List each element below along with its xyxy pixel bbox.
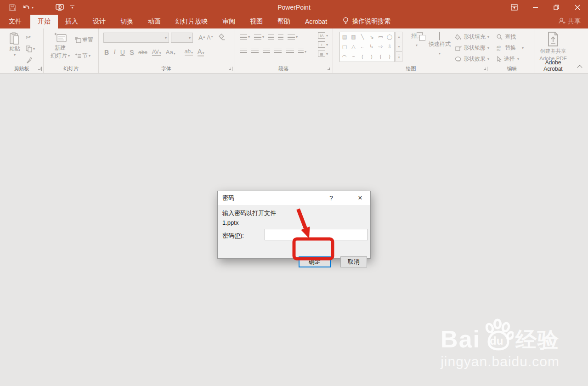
tell-me-label: 操作说明搜索 — [352, 17, 390, 26]
start-slideshow-button[interactable] — [56, 4, 64, 11]
quick-styles-button[interactable]: 快速样式 ▾ — [428, 32, 452, 57]
clipboard-dialog-launcher[interactable] — [37, 67, 42, 71]
underline-button[interactable]: U — [120, 49, 125, 56]
tab-review[interactable]: 审阅 — [215, 15, 243, 28]
dialog-close-button[interactable]: × — [350, 191, 370, 205]
section-button[interactable]: 节 ▾ — [75, 51, 93, 60]
restore-button[interactable] — [546, 0, 567, 15]
numbering-button[interactable]: ▾ — [254, 34, 264, 40]
strikethrough-button[interactable]: abc — [138, 49, 147, 56]
shape-outline-button[interactable]: 形状轮廓▾ — [455, 44, 489, 52]
drawing-dialog-launcher[interactable] — [483, 67, 487, 71]
ribbon-display-options-button[interactable] — [503, 0, 525, 15]
text-shadow-button[interactable]: S — [130, 49, 134, 56]
shape-fill-label: 形状填充 — [464, 33, 486, 41]
close-button[interactable] — [567, 0, 588, 15]
font-dialog-launcher[interactable] — [228, 67, 232, 71]
dialog-title: 密码 — [222, 194, 234, 202]
undo-dropdown-icon[interactable]: ▾ — [32, 6, 34, 10]
tab-animations[interactable]: 动画 — [141, 15, 168, 28]
align-right-button[interactable] — [263, 49, 270, 54]
undo-button[interactable]: ▾ — [23, 4, 34, 11]
tell-me-search[interactable]: 操作说明搜索 — [343, 15, 390, 28]
smartart-convert-button[interactable]: ▾ — [298, 49, 306, 54]
select-button[interactable]: 选择 ▾ — [497, 55, 524, 63]
tab-slideshow[interactable]: 幻灯片放映 — [168, 15, 215, 28]
copy-icon — [26, 45, 32, 52]
title-bar: ▾ ▾ PowerPoint — [0, 0, 588, 15]
tab-file[interactable]: 文件 — [0, 15, 30, 28]
copy-button[interactable]: ▾ — [26, 45, 35, 53]
convert-to-smartart-button[interactable]: ▦▾ — [318, 51, 328, 57]
reset-button[interactable]: 重置 — [75, 36, 93, 44]
find-button[interactable]: 查找 — [497, 33, 524, 41]
collapse-ribbon-icon[interactable] — [577, 65, 582, 70]
paragraph-dialog-launcher[interactable] — [327, 67, 331, 71]
save-icon[interactable] — [9, 4, 16, 11]
tab-help[interactable]: 帮助 — [270, 15, 298, 28]
font-size-combobox[interactable]: ▾ — [171, 33, 193, 43]
highlight-color-button[interactable]: ab▾ — [185, 48, 193, 56]
paste-button[interactable]: 粘贴 ▾ — [6, 32, 24, 57]
group-paragraph: ▾ ▾ ▾ ▾ ‖A▾ ↕▾ ▦▾ 段落 — [234, 28, 333, 73]
shape-effects-button[interactable]: 形状效果▾ — [455, 55, 489, 63]
shapes-gallery[interactable]: ▤▥╲↘▭◯ ▢△⌐↳⇨⇩ ◠~(){} — [339, 32, 395, 62]
italic-button[interactable]: I — [113, 49, 116, 56]
bold-button[interactable]: B — [104, 49, 109, 56]
shapes-scroll-down-button[interactable]: ▾ — [396, 42, 402, 52]
increase-font-button[interactable]: A▴ — [198, 34, 205, 41]
customize-qat-button[interactable]: ▾ — [70, 6, 74, 10]
cut-button[interactable]: ✂ — [26, 33, 35, 41]
columns-button[interactable] — [286, 49, 294, 54]
justify-button[interactable] — [274, 49, 282, 54]
decrease-indent-button[interactable] — [268, 34, 274, 40]
format-painter-button[interactable] — [26, 56, 35, 64]
shape-fill-button[interactable]: 形状填充▾ — [455, 33, 489, 41]
arrange-button[interactable]: 排列 ▾ — [407, 32, 427, 48]
tab-view[interactable]: 视图 — [243, 15, 270, 28]
font-group-label: 字体 — [99, 65, 234, 72]
copy-dropdown-icon[interactable]: ▾ — [33, 47, 35, 51]
align-text-button[interactable]: ↕▾ — [318, 41, 328, 48]
clear-formatting-button[interactable] — [218, 34, 226, 42]
increase-indent-button[interactable] — [278, 34, 283, 40]
font-color-button[interactable]: A▾ — [198, 48, 204, 57]
section-dropdown-icon[interactable]: ▾ — [89, 54, 90, 58]
paste-dropdown-icon[interactable]: ▾ — [14, 53, 16, 57]
change-case-button[interactable]: Aa▾ — [166, 49, 175, 56]
new-slide-label-2: 幻灯片 — [51, 52, 67, 60]
shapes-scroll-up-button[interactable]: ▴ — [396, 32, 402, 42]
tab-home[interactable]: 开始 — [30, 15, 58, 28]
tab-acrobat[interactable]: Acrobat — [298, 15, 334, 28]
new-slide-dropdown-icon[interactable]: ▾ — [68, 54, 70, 58]
decrease-font-button[interactable]: A▾ — [207, 34, 213, 41]
font-name-combobox[interactable]: ▾ — [103, 33, 169, 43]
align-center-button[interactable] — [251, 49, 259, 54]
dialog-help-button[interactable]: ? — [324, 191, 338, 205]
font-size-dropdown-icon: ▾ — [189, 36, 191, 40]
create-share-pdf-button[interactable]: 创建并共享Adobe PDF — [535, 32, 571, 62]
watermark-du-text: du — [490, 335, 503, 347]
smartart-icon: ▦ — [318, 51, 325, 57]
minimize-button[interactable] — [525, 0, 546, 15]
align-left-button[interactable] — [240, 49, 247, 54]
dialog-title-bar[interactable]: 密码 ? × — [218, 191, 370, 205]
watermark-jingyan-text: 经验 — [515, 330, 560, 350]
tab-insert[interactable]: 插入 — [58, 15, 85, 28]
line-spacing-button[interactable]: ▾ — [288, 34, 298, 40]
character-spacing-button[interactable]: AV▾ — [152, 49, 161, 56]
password-input[interactable] — [265, 229, 368, 240]
reset-label: 重置 — [82, 36, 93, 44]
text-direction-button[interactable]: ‖A▾ — [318, 32, 328, 39]
shape-fill-icon — [455, 34, 462, 40]
acrobat-group-label: Adobe Acrobat — [535, 59, 571, 72]
share-button[interactable]: 共享 — [558, 15, 581, 28]
tab-transitions[interactable]: 切换 — [113, 15, 141, 28]
shapes-more-button[interactable]: ▾ — [396, 52, 402, 62]
cancel-button[interactable]: 取消 — [340, 256, 367, 267]
bullets-button[interactable]: ▾ — [240, 34, 250, 40]
replace-button[interactable]: abac 替换 ▾ — [497, 44, 524, 52]
tab-design[interactable]: 设计 — [85, 15, 113, 28]
new-slide-button[interactable]: 新建 幻灯片 ▾ — [48, 32, 72, 60]
ok-button[interactable]: 确定 — [299, 256, 331, 267]
